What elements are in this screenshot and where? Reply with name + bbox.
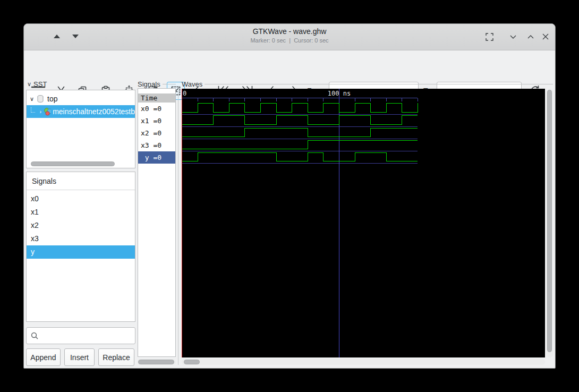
window-subtitle: Marker: 0 sec | Cursor: 0 sec [24,37,555,44]
expander-right-icon[interactable]: › [39,108,41,115]
wave-canvas[interactable]: 0100 ns [182,89,545,357]
wave-vscroll-track [547,89,553,357]
wave-hscroll-track [182,359,545,365]
wave-trace-x1[interactable] [182,116,418,125]
wave-vertical-scrollbar[interactable] [547,90,552,352]
list-item-x2[interactable]: x2 [27,219,135,232]
timeline-zero-label: 0 [183,90,186,97]
signal-row-x2[interactable]: x2 =0 [138,127,175,139]
maximize-button[interactable] [525,31,537,42]
signals-panel-header: Signals [138,80,176,88]
cursor-status: Cursor: 0 sec [294,37,328,44]
signal-row-x1[interactable]: x1 =0 [138,115,175,127]
search-input[interactable] [39,328,135,344]
marker-status: Marker: 0 sec [250,37,286,44]
signal-values-scroll-track [138,359,176,365]
panel-splitter[interactable] [178,88,178,365]
signal-values-horizontal-scrollbar[interactable] [138,360,174,364]
list-item-y[interactable]: y [27,245,135,259]
list-item-x3[interactable]: x3 [27,232,135,245]
append-button[interactable]: Append [26,348,61,366]
toolbar: From: To: [24,50,555,79]
signal-row-x3[interactable]: x3 =0 [138,139,175,151]
titlebar-text: GTKWave - wave.ghw Marker: 0 sec | Curso… [24,27,555,44]
chevron-up-icon [525,31,537,42]
database-icon [36,95,45,103]
fullscreen-button[interactable] [483,31,495,42]
expander-down-icon[interactable]: ∨ [30,96,34,103]
subtitle-separator: | [289,37,291,44]
sst-tree-panel: ∨ top › meinschaltnetz0052testb [26,90,135,168]
gtkwave-window: GTKWave - wave.ghw Marker: 0 sec | Curso… [23,23,556,369]
wave-trace-y[interactable] [182,153,418,161]
close-icon [540,31,551,42]
close-button[interactable] [540,31,551,42]
sst-expander-icon[interactable]: ∨ [27,81,31,88]
fullscreen-icon [483,31,495,42]
replace-button[interactable]: Replace [98,348,134,366]
signal-values-panel: Time x0 =0 x1 =0 x2 =0 x3 =0 y =0 [138,88,176,357]
sst-header: ∨ SST [27,80,133,88]
wave-trace-x3[interactable] [182,141,418,149]
list-item-x1[interactable]: x1 [27,206,135,219]
module-icon [44,107,51,116]
insert-button[interactable]: Insert [64,348,95,366]
wave-trace-x0[interactable] [182,104,418,113]
chevron-down-icon [507,31,519,42]
signal-row-y[interactable]: y =0 [138,151,175,164]
list-item-x0[interactable]: x0 [27,192,135,206]
window-title: GTKWave - wave.ghw [24,27,555,36]
signal-row-x0[interactable]: x0 =0 [138,103,175,115]
signal-list-panel: Signals x0 x1 x2 x3 y [26,172,135,322]
signal-search[interactable] [26,327,135,344]
wave-horizontal-scrollbar[interactable] [184,360,200,364]
wave-trace-x2[interactable] [182,129,418,137]
waveform-svg: 0100 ns [182,89,545,357]
tree-item-top[interactable]: ∨ top [27,92,135,105]
time-header: Time [138,93,175,103]
search-icon [30,331,39,340]
waves-header: Waves [182,80,553,88]
signal-list-header: Signals [27,172,135,190]
minimize-button[interactable] [507,31,519,42]
titlebar[interactable]: GTKWave - wave.ghw Marker: 0 sec | Curso… [24,24,555,50]
tree-item-testbench[interactable]: › meinschaltnetz0052testb [27,105,135,118]
sst-horizontal-scrollbar[interactable] [31,161,115,166]
tree-branch-line [31,107,35,113]
